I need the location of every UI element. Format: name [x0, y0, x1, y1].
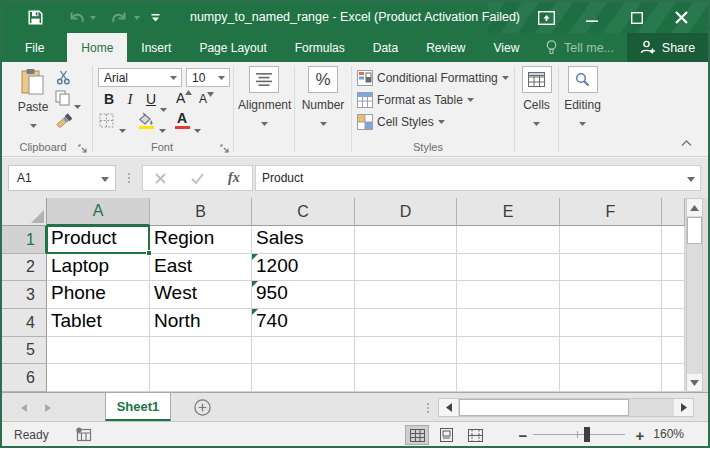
macro-record-icon[interactable] [75, 427, 92, 442]
active-cell-selection[interactable] [46, 225, 150, 254]
format-painter-button[interactable] [55, 112, 72, 133]
row-header-5[interactable]: 5 [2, 337, 47, 364]
formula-bar-expand-arrow[interactable] [687, 177, 695, 182]
new-sheet-button[interactable] [193, 398, 211, 416]
page-layout-view-button[interactable] [434, 425, 458, 445]
cell-E3[interactable] [457, 281, 560, 309]
underline-button[interactable]: U [144, 91, 158, 107]
select-all-corner[interactable] [2, 198, 47, 226]
row-header-6[interactable]: 6 [2, 364, 47, 392]
cell-C4[interactable]: 740 [252, 309, 355, 337]
row-header-1[interactable]: 1 [2, 226, 47, 254]
cell-partial-row4[interactable] [662, 309, 685, 337]
cell-partial-row2[interactable] [662, 254, 685, 281]
cell-partial-row5[interactable] [662, 337, 685, 364]
cell-B6[interactable] [150, 364, 252, 392]
cell-F3[interactable] [560, 281, 662, 309]
cell-D2[interactable] [355, 254, 457, 281]
scroll-up-button[interactable] [687, 199, 702, 216]
zoom-slider-thumb[interactable] [584, 427, 590, 442]
cell-E5[interactable] [457, 337, 560, 364]
alignment-dropdown-arrow[interactable] [261, 122, 268, 126]
format-as-table-dropdown-arrow[interactable] [467, 98, 474, 102]
next-sheet-button[interactable] [40, 400, 56, 416]
cell-A5[interactable] [47, 337, 150, 364]
borders-button[interactable] [99, 113, 115, 133]
alignment-button[interactable]: Alignment [238, 66, 290, 130]
font-name-combo[interactable]: Arial [98, 68, 182, 87]
cell-D1[interactable] [355, 226, 457, 254]
cancel-icon[interactable] [155, 173, 166, 184]
tab-insert[interactable]: Insert [127, 33, 185, 62]
decrease-font-size-button[interactable]: A [199, 92, 214, 106]
zoom-level[interactable]: 160% [653, 422, 684, 446]
cell-E2[interactable] [457, 254, 560, 281]
font-size-combo[interactable]: 10 [186, 68, 230, 87]
format-as-table-button[interactable]: Format as Table [357, 90, 474, 110]
number-dropdown-arrow[interactable] [320, 122, 327, 126]
enter-icon[interactable] [191, 173, 204, 184]
column-header-A[interactable]: A [47, 198, 150, 226]
tab-data[interactable]: Data [359, 33, 412, 62]
vertical-scroll-thumb[interactable] [687, 217, 702, 244]
cell-D3[interactable] [355, 281, 457, 309]
row-header-4[interactable]: 4 [2, 309, 47, 337]
cell-C6[interactable] [252, 364, 355, 392]
column-header-B[interactable]: B [150, 198, 252, 226]
cells-dropdown-arrow[interactable] [533, 122, 540, 126]
maximize-button[interactable] [614, 2, 659, 33]
normal-view-button[interactable] [405, 425, 429, 445]
name-box[interactable]: A1 [8, 165, 116, 191]
scroll-right-button[interactable] [674, 399, 693, 416]
cell-E1[interactable] [457, 226, 560, 254]
fill-color-dropdown-arrow[interactable] [159, 119, 166, 137]
clipboard-dialog-launcher[interactable] [78, 140, 90, 152]
tab-review[interactable]: Review [412, 33, 479, 62]
tab-view[interactable]: View [480, 33, 534, 62]
cell-partial-row1[interactable] [662, 226, 685, 254]
column-header-partial[interactable] [662, 198, 685, 226]
name-box-dropdown-arrow[interactable] [101, 177, 109, 182]
horizontal-scroll-thumb[interactable] [459, 399, 629, 416]
copy-button[interactable] [55, 90, 71, 110]
close-button[interactable] [659, 2, 704, 33]
cell-D6[interactable] [355, 364, 457, 392]
minimize-button[interactable] [569, 2, 614, 33]
cell-A3[interactable]: Phone [47, 281, 150, 309]
formula-input[interactable]: Product [255, 165, 701, 191]
row-header-2[interactable]: 2 [2, 254, 47, 281]
font-dialog-launcher[interactable] [220, 140, 232, 152]
cell-D5[interactable] [355, 337, 457, 364]
insert-function-icon[interactable]: fx [228, 170, 240, 186]
paste-button[interactable]: Paste [14, 68, 52, 134]
fill-handle[interactable] [146, 250, 152, 256]
cell-E4[interactable] [457, 309, 560, 337]
page-break-preview-button[interactable] [463, 425, 487, 445]
cell-partial-row6[interactable] [662, 364, 685, 392]
column-header-E[interactable]: E [457, 198, 560, 226]
scroll-left-button[interactable] [439, 399, 458, 416]
font-color-dropdown-arrow[interactable] [194, 119, 201, 137]
column-header-D[interactable]: D [355, 198, 457, 226]
tell-me-box[interactable]: Tell me... [546, 33, 614, 62]
previous-sheet-button[interactable] [16, 400, 32, 416]
cell-C1[interactable]: Sales [252, 226, 355, 254]
cell-styles-button[interactable]: Cell Styles [357, 112, 445, 132]
share-button[interactable]: Share [627, 33, 708, 62]
tab-file[interactable]: File [12, 33, 57, 62]
cell-B1[interactable]: Region [150, 226, 252, 254]
row-header-3[interactable]: 3 [2, 281, 47, 309]
cell-styles-dropdown-arrow[interactable] [438, 120, 445, 124]
column-header-C[interactable]: C [252, 198, 355, 226]
cell-A2[interactable]: Laptop [47, 254, 150, 281]
ribbon-display-options-button[interactable] [524, 2, 569, 33]
cell-F2[interactable] [560, 254, 662, 281]
paste-dropdown-arrow[interactable] [30, 124, 37, 128]
cell-E6[interactable] [457, 364, 560, 392]
cell-F6[interactable] [560, 364, 662, 392]
zoom-slider-track[interactable] [533, 434, 625, 435]
cell-C5[interactable] [252, 337, 355, 364]
tab-page-layout[interactable]: Page Layout [185, 33, 280, 62]
cell-D4[interactable] [355, 309, 457, 337]
tab-formulas[interactable]: Formulas [281, 33, 359, 62]
